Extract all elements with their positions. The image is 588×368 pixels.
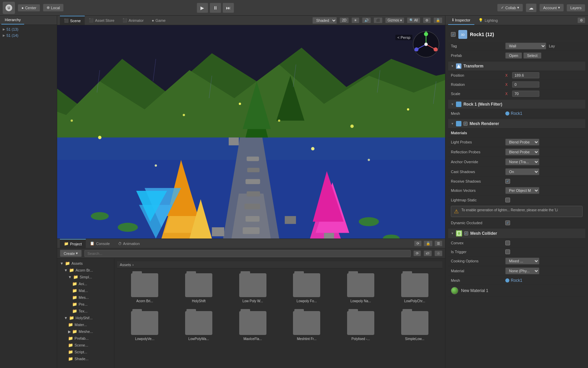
pause-button[interactable]: ⏸ xyxy=(210,3,221,13)
asset-tree-scene[interactable]: 📁 Scene... xyxy=(65,342,114,349)
asset-tree-acorn[interactable]: ▼ 📁 Acorn Br... xyxy=(61,267,114,274)
hierarchy-item[interactable]: ▶ 51 (13) xyxy=(0,26,57,32)
pivot-button[interactable]: ● Center xyxy=(18,4,40,12)
receive-shadows-checkbox[interactable]: ✓ xyxy=(505,179,510,184)
collider-mesh-row: Mesh Rock1 xyxy=(448,276,585,285)
rotation-x-input[interactable] xyxy=(512,81,539,88)
create-button[interactable]: Create ▾ xyxy=(60,250,82,257)
mesh-filter-section[interactable]: ▼ Rock 1 (Mesh Filter) xyxy=(448,100,585,109)
asset-tree-mat[interactable]: 📁 Mat... xyxy=(69,287,114,294)
asset-item-lowpolyw[interactable]: Low Poly W... xyxy=(228,271,278,305)
tab-lighting[interactable]: 💡 Lighting xyxy=(474,16,502,25)
mesh-collider-section[interactable]: ▼ ✓ Mesh Collider xyxy=(448,229,585,239)
asset-item-lowpolyve[interactable]: LowpolyVe... xyxy=(120,309,170,343)
tab-animation[interactable]: ⏱ Animation xyxy=(114,240,144,248)
asset-tree-shade[interactable]: 📁 Shade... xyxy=(65,355,114,362)
sync-assets-button[interactable]: ⟳ xyxy=(413,250,421,256)
asset-tree-simpl[interactable]: ▼ 📁 Simpl... xyxy=(65,274,114,280)
audio-button[interactable]: 🔊 xyxy=(362,17,371,23)
asset-item-lowpolychr[interactable]: LowPolyChr... xyxy=(390,271,440,305)
object-active-checkbox[interactable]: ✓ xyxy=(451,32,456,37)
tab-game[interactable]: ● Game xyxy=(148,16,170,25)
asset-item-lowpolyfo[interactable]: Lowpoly Fo... xyxy=(282,271,332,305)
is-trigger-checkbox[interactable] xyxy=(505,249,510,254)
step-button[interactable]: ⏭ xyxy=(223,3,234,13)
hierarchy-tab[interactable]: Hierarchy xyxy=(1,16,24,25)
cloud-button[interactable]: ☁ xyxy=(526,3,537,12)
scale-x-input[interactable] xyxy=(512,91,539,97)
cooking-options-dropdown[interactable]: Mixed ... xyxy=(505,258,539,264)
collab-button[interactable]: ✓ Collab ▾ xyxy=(497,4,523,12)
tag-assets-button[interactable]: 🏷 xyxy=(424,250,432,256)
reflection-probes-dropdown[interactable]: Blend Probe xyxy=(505,149,539,155)
search-input[interactable] xyxy=(84,250,411,257)
asset-tree-meshe[interactable]: ▶ 📁 Meshe... xyxy=(65,328,114,335)
lock-button[interactable]: 🔒 xyxy=(424,241,432,246)
asset-tree-prefab[interactable]: 📁 Prefab... xyxy=(65,335,114,342)
tab-console[interactable]: 📋 Console xyxy=(86,239,114,248)
search-scene-button[interactable]: 🔍 All xyxy=(407,17,420,23)
2d-button[interactable]: 2D xyxy=(340,17,349,23)
asset-item-lowpolywa[interactable]: LowPolyWa... xyxy=(174,309,224,343)
asset-item-meshtint[interactable]: Meshtint Fr... xyxy=(282,309,332,343)
layers-button[interactable]: Layers xyxy=(567,4,585,12)
light-button[interactable]: ☀ xyxy=(352,17,359,23)
star-assets-button[interactable]: ☆ xyxy=(435,250,442,256)
light-probes-dropdown[interactable]: Blend Probe xyxy=(505,139,539,145)
tab-project[interactable]: 📁 Project xyxy=(60,239,86,248)
convex-checkbox[interactable] xyxy=(505,241,510,245)
menu-button[interactable]: ☰ xyxy=(435,241,442,246)
gizmos-button[interactable]: Gizmos ▾ xyxy=(385,17,404,23)
asset-tree-pre[interactable]: 📁 Pre... xyxy=(69,301,114,308)
open-button[interactable]: Open xyxy=(505,52,522,59)
select-button[interactable]: Select xyxy=(523,52,541,59)
tag-dropdown[interactable]: Wall xyxy=(505,43,546,49)
folder-icon-polylised xyxy=(347,311,374,335)
hierarchy-item[interactable]: ▶ 51 (14) xyxy=(0,32,57,39)
account-button[interactable]: Account ▾ xyxy=(539,4,564,12)
folder-icon-maxicefla xyxy=(239,311,266,335)
sync-button[interactable]: ⟳ xyxy=(414,241,422,246)
dynamic-occluded-checkbox[interactable]: ✓ xyxy=(505,220,510,225)
scene-settings-button[interactable]: ⚙ xyxy=(423,17,431,23)
transform-section[interactable]: ▼ Transform xyxy=(448,62,585,71)
tab-animator[interactable]: ⬛ Animator xyxy=(118,16,148,25)
asset-item-maxicefla[interactable]: MaxIceFla... xyxy=(228,309,278,343)
collider-material-dropdown[interactable]: None (Phy... xyxy=(505,267,539,274)
asset-item-polylised[interactable]: Polylised -... xyxy=(336,309,386,343)
mesh-collider-checkbox[interactable]: ✓ xyxy=(464,231,468,235)
asset-item-simplelow[interactable]: SimpleLow... xyxy=(390,309,440,343)
shaded-dropdown[interactable]: Shaded xyxy=(312,17,337,24)
mesh-renderer-checkbox[interactable]: ✓ xyxy=(463,122,468,126)
asset-item-holyshift[interactable]: HolyShift xyxy=(174,271,224,305)
asset-tree-mater[interactable]: 📁 Mater... xyxy=(65,321,114,328)
dynamic-occluded-row: Dynamic Occluded ✓ xyxy=(448,218,585,227)
asset-tree-script[interactable]: 📁 Script... xyxy=(65,349,114,355)
motion-vectors-dropdown[interactable]: Per Object M xyxy=(505,187,539,194)
inspector-gear-button[interactable]: ⚙ xyxy=(577,17,585,23)
asset-tree-root[interactable]: ▼ 📁 Assets xyxy=(57,260,114,267)
local-button[interactable]: ⊕ Local xyxy=(43,4,64,12)
scene-lock-button[interactable]: 🔒 xyxy=(434,17,442,23)
effects-button[interactable]: ⬛ xyxy=(374,17,382,23)
cast-shadows-row: Cast Shadows On xyxy=(448,167,585,177)
tab-scene[interactable]: ⬛ Scene xyxy=(60,16,85,25)
anchor-override-dropdown[interactable]: None (Tra... xyxy=(505,158,539,165)
asset-tree-holyshift[interactable]: ▼ 📁 HolyShif... xyxy=(61,315,114,321)
asset-label: Polylised -... xyxy=(352,337,370,341)
play-button[interactable]: ▶ xyxy=(197,3,208,13)
scene-canvas[interactable]: Y X Z < Persp xyxy=(57,25,445,239)
tab-inspector[interactable]: ℹ Inspector xyxy=(448,16,474,25)
asset-tree-mes[interactable]: 📁 Mes... xyxy=(69,294,114,301)
cast-shadows-dropdown[interactable]: On xyxy=(505,168,539,175)
gizmo-widget[interactable]: Y X Z xyxy=(412,31,440,58)
asset-tree-ani[interactable]: 📁 Ani... xyxy=(69,280,114,287)
asset-item-acorn[interactable]: Acorn Bri... xyxy=(120,271,170,305)
position-x-input[interactable] xyxy=(512,72,539,78)
lightmap-static-checkbox[interactable] xyxy=(505,198,510,202)
asset-item-lowpolyna[interactable]: Lowpoly Na... xyxy=(336,271,386,305)
tab-asset-store[interactable]: ⬛ Asset Store xyxy=(85,16,118,25)
mesh-renderer-section[interactable]: ▼ ✓ Mesh Renderer xyxy=(448,119,585,128)
asset-tree-tex[interactable]: 📁 Tex... xyxy=(69,308,114,315)
project-toolbar: Create ▾ ⟳ 🏷 ☆ xyxy=(57,248,445,259)
